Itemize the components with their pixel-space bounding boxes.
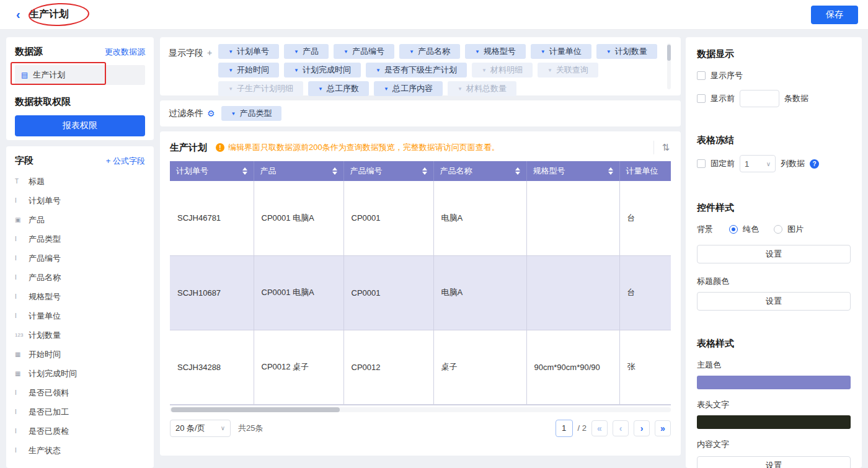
last-page-button[interactable]: » [655, 420, 671, 436]
field-chip[interactable]: ▼计划完成时间 [284, 63, 361, 77]
back-icon[interactable]: ‹ [16, 7, 20, 22]
cell: CP0012 桌子 [254, 330, 343, 404]
field-item[interactable]: I是否已领料 [15, 383, 145, 402]
theme-color-swatch[interactable] [697, 376, 851, 389]
field-item[interactable]: I产品名称 [15, 268, 145, 287]
table-row[interactable]: SCJH10687 CP0001 电脑A CP0001 电脑A 台 [170, 255, 671, 330]
table-row[interactable]: SCJH34288 CP0012 桌子 CP0012 桌子 90cm*90cm*… [170, 330, 671, 404]
chip-label: 产品名称 [418, 46, 450, 57]
cell: 电脑A [433, 255, 526, 330]
image-label: 图片 [787, 224, 804, 235]
field-chip[interactable]: ▼子生产计划明细 [218, 81, 303, 96]
field-item[interactable]: I产品编号 [15, 249, 145, 268]
field-chip[interactable]: ▼材料总数量 [448, 81, 516, 96]
vertical-scrollbar[interactable] [667, 43, 671, 89]
sort-icon[interactable] [515, 167, 520, 175]
column-header[interactable]: 产品 [254, 161, 343, 181]
chip-label: 材料总数量 [466, 83, 507, 94]
change-datasource-link[interactable]: 更改数据源 [105, 46, 145, 58]
page-size-select[interactable]: 20 条/页 ∨ [170, 420, 231, 437]
freeze-title: 表格冻结 [697, 135, 851, 146]
field-item[interactable]: I计量单位 [15, 306, 145, 325]
sort-icon[interactable] [332, 167, 337, 175]
field-item[interactable]: I是否已质检 [15, 422, 145, 441]
datasource-item[interactable]: ▤ 生产计划 [15, 65, 145, 85]
field-item[interactable]: I计划单号 [15, 191, 145, 210]
page-input[interactable]: 1 [556, 420, 573, 437]
add-formula-field-link[interactable]: + 公式字段 [106, 156, 145, 167]
field-label: 产品名称 [29, 272, 61, 283]
image-radio[interactable] [774, 225, 782, 234]
column-header[interactable]: 计量单位 [619, 161, 671, 181]
page-title: 生产计划 [29, 8, 69, 21]
field-item[interactable]: I生产状态 [15, 441, 145, 460]
field-item[interactable]: 123计划数量 [15, 325, 145, 345]
date-field-icon: ▦ [15, 351, 29, 358]
field-chip[interactable]: ▼关联查询 [538, 63, 598, 77]
fix-columns-checkbox[interactable] [697, 159, 706, 168]
field-chip[interactable]: ▼计划单号 [218, 44, 279, 59]
column-header[interactable]: 产品编号 [343, 161, 433, 181]
field-chip[interactable]: ▼计划数量 [596, 44, 657, 59]
page-size-value: 20 条/页 [175, 423, 205, 434]
field-item[interactable]: ▦开始时间 [15, 345, 145, 364]
show-first-input[interactable] [740, 90, 779, 107]
prev-page-button[interactable]: ‹ [613, 420, 629, 436]
next-page-button[interactable]: › [634, 420, 650, 436]
first-page-button[interactable]: « [591, 420, 608, 436]
content-text-label: 内容文字 [697, 439, 851, 450]
field-chip[interactable]: ▼总工序内容 [374, 81, 443, 96]
show-index-checkbox[interactable] [697, 71, 706, 80]
field-item[interactable]: I规格型号 [15, 287, 145, 306]
horizontal-scrollbar[interactable] [170, 407, 671, 412]
display-fields-label: 显示字段 [169, 48, 203, 91]
column-label: 计划单号 [176, 166, 208, 177]
field-item[interactable]: I产品类型 [15, 229, 145, 249]
field-item[interactable]: ▣产品 [15, 210, 145, 229]
field-chip[interactable]: ▼产品名称 [399, 44, 460, 59]
column-header[interactable]: 产品名称 [433, 161, 526, 181]
cell: CP0001 [343, 255, 433, 330]
field-chip[interactable]: ▼开始时间 [218, 63, 279, 77]
scrollbar-thumb[interactable] [667, 45, 671, 61]
field-item[interactable]: I是否已加工 [15, 402, 145, 422]
field-chip[interactable]: ▼产品 [284, 44, 329, 59]
field-label: 产品 [29, 214, 45, 226]
datasource-title: 数据源 [15, 46, 43, 58]
help-icon[interactable]: ? [810, 159, 819, 169]
cell [526, 181, 619, 255]
sort-order-button[interactable]: ⇅ [653, 141, 671, 154]
sort-icon[interactable] [608, 167, 613, 175]
scrollbar-thumb[interactable] [171, 407, 340, 412]
add-display-field-button[interactable]: + [207, 48, 212, 91]
sort-icon[interactable] [422, 167, 427, 175]
field-chip[interactable]: ▼是否有下级生产计划 [366, 63, 467, 77]
solid-radio[interactable] [729, 225, 738, 234]
column-header[interactable]: 计划单号 [170, 161, 254, 181]
background-set-button[interactable]: 设置 [697, 245, 851, 263]
field-item[interactable]: ▦计划完成时间 [15, 364, 145, 383]
field-chip[interactable]: ▼产品编号 [334, 44, 394, 59]
column-header[interactable]: 规格型号 [526, 161, 619, 181]
fix-count-select[interactable]: 1 ∨ [740, 155, 776, 172]
show-first-checkbox[interactable] [697, 94, 706, 103]
gear-icon[interactable]: ⚙ [207, 108, 215, 118]
cell: SCJH10687 [170, 255, 254, 330]
header-text-swatch[interactable] [697, 415, 851, 429]
show-first-label: 显示前 [711, 93, 735, 104]
save-button[interactable]: 保存 [811, 6, 858, 24]
filter-chip[interactable]: ▼产品类型 [221, 106, 282, 121]
sort-icon[interactable] [242, 167, 247, 175]
settings-panel: 数据显示 显示序号 显示前 条数据 表格冻结 固定前 1 ∨ 列数据 ? 控件样… [686, 37, 862, 468]
text-field-icon: I [15, 389, 29, 396]
title-color-set-button[interactable]: 设置 [697, 292, 851, 311]
field-chip[interactable]: ▼规格型号 [465, 44, 526, 59]
field-chip[interactable]: ▼材料明细 [472, 63, 533, 77]
field-item[interactable]: T标题 [15, 172, 145, 191]
field-chip[interactable]: ▼总工序数 [308, 81, 369, 96]
chip-label: 是否有下级生产计划 [384, 64, 457, 76]
field-chip[interactable]: ▼计量单位 [531, 44, 591, 59]
report-permission-button[interactable]: 报表权限 [15, 115, 145, 136]
table-row[interactable]: SCJH46781 CP0001 电脑A CP0001 电脑A 台 [170, 181, 671, 255]
content-text-set-button[interactable]: 设置 [697, 456, 851, 468]
